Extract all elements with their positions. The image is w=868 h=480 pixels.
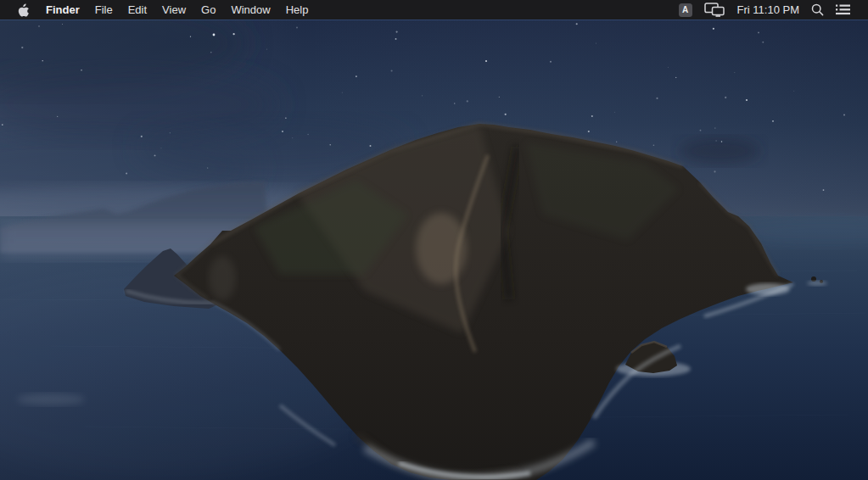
apple-menu[interactable] <box>0 0 38 20</box>
input-source-badge: A <box>679 3 692 17</box>
screen-mirroring-menu[interactable] <box>704 0 725 20</box>
menu-help[interactable]: Help <box>278 0 316 20</box>
menu-go[interactable]: Go <box>193 0 223 20</box>
spotlight-search-icon <box>811 3 824 16</box>
menu-edit[interactable]: Edit <box>120 0 154 20</box>
menu-window[interactable]: Window <box>223 0 277 20</box>
notification-list-menu[interactable] <box>836 0 850 20</box>
menu-bar: Finder File Edit View Go Window Help A F… <box>0 0 868 20</box>
screen-mirroring-icon <box>704 3 725 17</box>
desktop-wallpaper[interactable] <box>0 20 868 480</box>
menu-view[interactable]: View <box>154 0 193 20</box>
menu-bar-left: Finder File Edit View Go Window Help <box>0 0 316 20</box>
spotlight-menu[interactable] <box>811 0 824 20</box>
apple-logo-icon <box>18 3 30 17</box>
menu-bar-clock[interactable]: Fri 11:10 PM <box>737 0 799 20</box>
wallpaper-art <box>0 20 868 480</box>
menu-bar-status: A Fri 11:10 PM <box>679 0 868 20</box>
input-source-menu[interactable]: A <box>679 0 692 20</box>
menu-finder[interactable]: Finder <box>38 0 87 20</box>
notification-list-icon <box>836 4 850 15</box>
menu-file[interactable]: File <box>87 0 120 20</box>
